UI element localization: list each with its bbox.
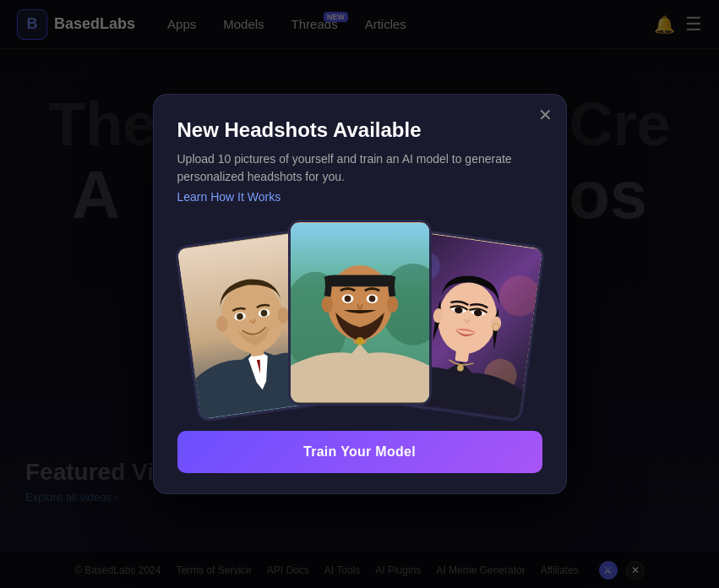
- svg-point-21: [356, 337, 364, 346]
- svg-point-20: [368, 296, 375, 302]
- train-model-button[interactable]: Train Your Model: [177, 431, 542, 473]
- learn-how-link[interactable]: Learn How It Works: [177, 190, 281, 204]
- svg-point-15: [321, 297, 333, 313]
- headshot-man2: [288, 220, 432, 406]
- svg-point-19: [344, 296, 351, 302]
- headshots-preview: [177, 220, 542, 414]
- svg-point-16: [386, 297, 398, 313]
- svg-rect-14: [327, 275, 392, 287]
- modal-description: Upload 10 pictures of yourself and train…: [177, 150, 542, 186]
- modal-title: New Headshots Available: [177, 118, 542, 142]
- headshots-modal: ✕ New Headshots Available Upload 10 pict…: [153, 94, 567, 494]
- modal-overlay: ✕ New Headshots Available Upload 10 pict…: [0, 0, 719, 588]
- modal-close-button[interactable]: ✕: [538, 106, 553, 123]
